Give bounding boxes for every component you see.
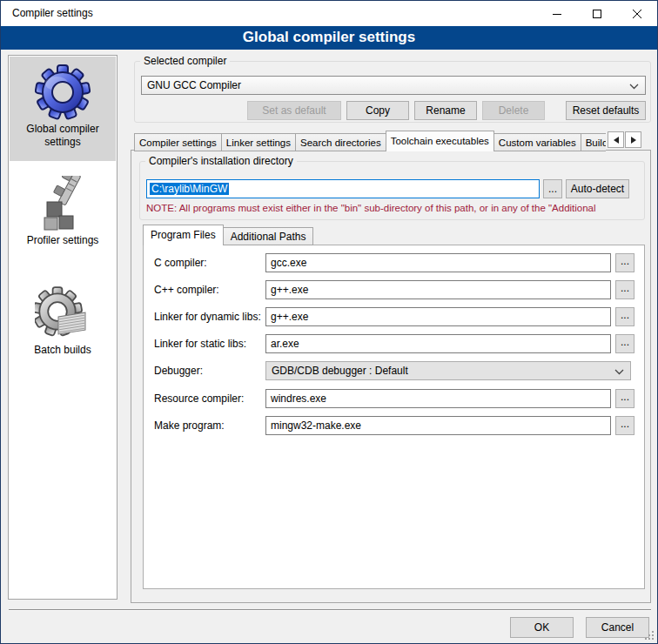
field-input-resource-compiler[interactable]: windres.exe [265,389,611,408]
field-label-resource-compiler: Resource compiler: [154,389,244,408]
tab-compiler-settings[interactable]: Compiler settings [134,133,222,151]
field-label-c-compiler: C++ compiler: [154,280,219,299]
field-label-linker-for-static-libs: Linker for static libs: [154,334,246,353]
chevron-down-icon [614,369,624,375]
window-title: Compiler settings [12,1,93,26]
gray-gear-stack-icon [35,285,91,341]
field-input-linker-for-static-libs[interactable]: ar.exe [265,334,611,353]
auto-detect-button[interactable]: Auto-detect [566,179,629,198]
sidebar-item-label: Batch builds [10,341,116,357]
sidebar-item-label: Profiler settings [10,231,116,247]
field-input-c-compiler[interactable]: gcc.exe [265,253,611,272]
tab-custom-variables[interactable]: Custom variables [494,133,581,151]
field-value: mingw32-make.exe [271,419,361,432]
field-value: ar.exe [271,338,299,350]
footer-divider-highlight [9,610,651,611]
top-tab-strip: Compiler settingsLinker settingsSearch d… [134,131,606,151]
directory-note: NOTE: All programs must exist either in … [146,203,643,213]
tab-program-files[interactable]: Program Files [143,225,224,245]
field-value: g++.exe [271,284,308,296]
toolchain-row: Resource compiler:windres.exe... [144,389,644,408]
compiler-settings-dialog: Compiler settings Global compiler settin… [0,0,658,644]
tab-scroll-right-button[interactable] [625,131,641,148]
sidebar-item-label: Global compiler settings [10,120,116,149]
blue-gear-icon [35,64,91,120]
cancel-button[interactable]: Cancel [586,617,649,638]
field-label-c-compiler: C compiler: [154,253,207,272]
tab-linker-settings[interactable]: Linker settings [221,133,296,151]
debugger-combo[interactable]: GDB/CDB debugger : Default [265,361,631,380]
reset-defaults-button[interactable]: Reset defaults [566,101,646,120]
sidebar-item-global-compiler-settings[interactable]: Global compiler settings [10,57,116,161]
field-value: g++.exe [271,311,308,323]
ok-button[interactable]: OK [510,617,574,638]
caliper-icon [35,176,91,231]
chevron-down-icon [629,84,639,90]
set-as-default-button: Set as default [247,101,341,120]
field-value: gcc.exe [271,257,306,269]
tab-toolchain-executables[interactable]: Toolchain executables [386,131,494,151]
toolchain-row: Linker for dynamic libs:g++.exe... [144,307,644,326]
browse-button[interactable]: ... [615,280,634,299]
selected-path-text: C:\raylib\MinGW [150,183,229,195]
installation-directory-input[interactable]: C:\raylib\MinGW [146,179,540,198]
close-button[interactable] [617,1,657,26]
toolchain-row: Make program:mingw32-make.exe... [144,416,644,435]
browse-button[interactable]: ... [615,389,634,408]
browse-button[interactable]: ... [615,253,634,272]
field-input-linker-for-dynamic-libs[interactable]: g++.exe [265,307,611,326]
combo-value: GDB/CDB debugger : Default [272,365,408,377]
triangle-right-icon [631,137,636,144]
sidebar-item-batch-builds[interactable]: Batch builds [10,275,116,375]
browse-button[interactable]: ... [615,334,634,353]
resize-grip[interactable] [644,630,655,641]
toolchain-row: C compiler:gcc.exe... [144,253,644,272]
triangle-left-icon [614,137,619,144]
group-label: Compiler's installation directory [145,155,297,168]
field-label-debugger: Debugger: [154,361,203,380]
tab-additional-paths[interactable]: Additional Paths [223,227,314,245]
toolchain-row: Linker for static libs:ar.exe... [144,334,644,353]
page-title: Global compiler settings [1,26,657,50]
field-value: windres.exe [271,392,326,405]
program-files-panel: C compiler:gcc.exe...C++ compiler:g++.ex… [143,245,645,589]
browse-directory-button[interactable]: ... [543,179,562,198]
minimize-button[interactable] [537,1,577,26]
rename-button[interactable]: Rename [414,101,477,120]
compiler-combo[interactable]: GNU GCC Compiler [141,76,646,95]
delete-button: Delete [482,101,545,120]
browse-button[interactable]: ... [615,416,634,435]
maximize-icon [593,10,601,18]
tab-search-directories[interactable]: Search directories [295,133,386,151]
browse-button[interactable]: ... [615,307,634,326]
tab-scroll-left-button[interactable] [608,131,624,148]
field-label-linker-for-dynamic-libs: Linker for dynamic libs: [154,307,261,326]
copy-button[interactable]: Copy [346,101,409,120]
selected-compiler-group: Selected compiler GNU GCC Compiler Set a… [134,61,651,123]
field-input-c-compiler[interactable]: g++.exe [265,280,611,299]
toolchain-row: Debugger:GDB/CDB debugger : Default [144,361,644,380]
maximize-button[interactable] [577,1,617,26]
field-input-make-program[interactable]: mingw32-make.exe [265,416,611,435]
title-bar: Compiler settings [1,1,657,26]
group-label: Selected compiler [140,55,230,68]
tab-build-options[interactable]: Build options [581,133,606,151]
toolchain-row: C++ compiler:g++.exe... [144,280,644,299]
minimize-icon [553,10,561,18]
sidebar: Global compiler settings Profiler settin… [8,55,118,600]
field-label-make-program: Make program: [154,416,225,435]
close-icon [633,10,641,18]
sidebar-item-profiler-settings[interactable]: Profiler settings [10,172,116,263]
inner-tab-strip: Program FilesAdditional Paths [143,225,312,245]
compiler-combo-value: GNU GCC Compiler [147,79,241,91]
